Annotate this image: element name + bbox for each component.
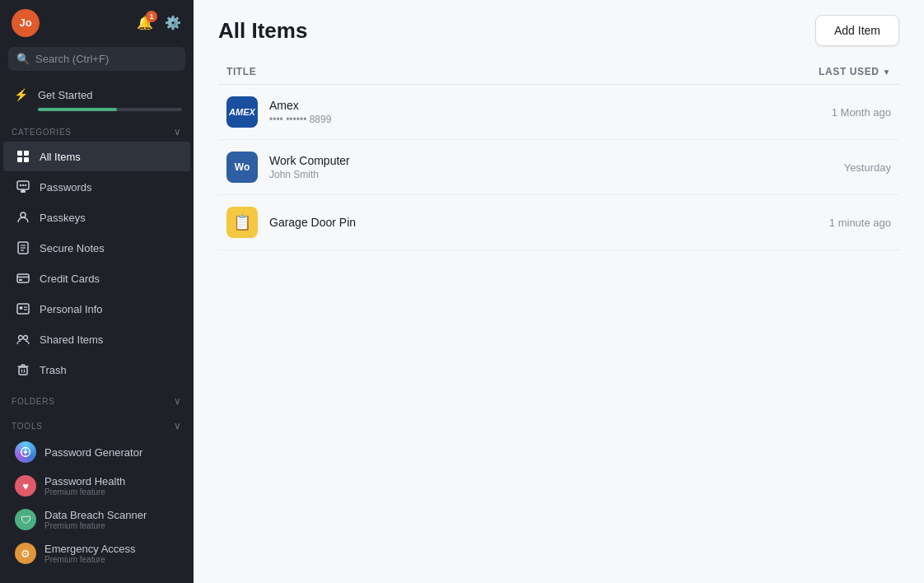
item-sub: •••• •••••• 8899 <box>269 114 832 125</box>
tool-text: Password Health Premium feature <box>44 475 125 497</box>
tool-sub: Premium feature <box>44 487 125 497</box>
garage-icon: 📋 <box>226 207 258 238</box>
page-title: All Items <box>218 18 307 44</box>
personal-info-icon <box>15 301 31 317</box>
item-name: Amex <box>269 99 832 112</box>
sidebar-scroll: ⚡ Get Started Categories ∨ <box>0 79 194 583</box>
item-time: 1 Month ago <box>832 106 891 119</box>
tools-label: Tools <box>12 422 43 431</box>
tools-chevron: ∨ <box>174 420 182 431</box>
credit-cards-icon <box>15 270 31 287</box>
progress-fill <box>38 108 117 111</box>
garage-icon-label: 📋 <box>233 213 251 231</box>
svg-rect-24 <box>19 367 27 375</box>
svg-point-6 <box>22 184 24 186</box>
svg-rect-1 <box>24 151 29 156</box>
col-title: Title <box>226 66 819 77</box>
tools-header[interactable]: Tools ∨ <box>0 410 194 435</box>
notification-badge: 1 <box>146 11 157 22</box>
list-header: Title Last Used ▼ <box>218 61 899 85</box>
search-bar[interactable]: 🔍 <box>8 47 185 71</box>
progress-bar <box>38 108 182 111</box>
sidebar-item-label: Secure Notes <box>40 242 105 254</box>
item-name: Work Computer <box>269 154 844 167</box>
tool-text: Emergency Access Premium feature <box>44 543 136 564</box>
tool-password-generator[interactable]: Password Generator <box>3 436 190 469</box>
header-icons: 🔔 1 ⚙️ <box>136 14 182 32</box>
tool-name: Password Generator <box>44 446 142 459</box>
sidebar-item-personal-info[interactable]: Personal Info <box>3 294 190 324</box>
notifications-button[interactable]: 🔔 1 <box>136 14 154 32</box>
sidebar-item-passkeys[interactable]: Passkeys <box>3 203 190 232</box>
svg-rect-0 <box>17 151 22 156</box>
tool-text: Password Generator <box>44 446 142 459</box>
categories-header[interactable]: Categories ∨ <box>0 116 194 141</box>
password-health-icon: ♥ <box>15 475 36 497</box>
main-content: All Items Add Item Title Last Used ▼ AME… <box>194 0 924 583</box>
tool-name: Data Breach Scanner <box>44 509 147 521</box>
tool-data-breach-scanner[interactable]: 🛡 Data Breach Scanner Premium feature <box>3 503 190 536</box>
categories-label: Categories <box>12 128 72 137</box>
svg-point-19 <box>20 306 23 310</box>
passkeys-icon <box>15 209 31 226</box>
emergency-access-icon: ⚙ <box>15 543 36 564</box>
sidebar-item-label: Passkeys <box>40 212 86 224</box>
svg-point-7 <box>25 184 26 186</box>
folders-label: Folders <box>12 397 55 406</box>
add-item-button[interactable]: Add Item <box>815 15 899 46</box>
svg-point-10 <box>21 212 26 217</box>
tool-sub: Premium feature <box>44 521 147 530</box>
svg-rect-17 <box>19 279 22 281</box>
sidebar-item-trash[interactable]: Trash <box>3 355 190 385</box>
sidebar-item-label: Passwords <box>40 181 92 194</box>
categories-chevron: ∨ <box>174 126 182 138</box>
work-computer-icon: Wo <box>226 152 258 183</box>
sidebar-item-label: Trash <box>40 364 67 376</box>
svg-point-29 <box>24 450 27 454</box>
sidebar-item-label: All Items <box>40 151 81 163</box>
svg-point-22 <box>19 336 23 340</box>
data-breach-icon: 🛡 <box>15 509 36 530</box>
sidebar-item-passwords[interactable]: Passwords <box>3 172 190 202</box>
main-header: All Items Add Item <box>194 0 924 61</box>
sidebar: Jo 🔔 1 ⚙️ 🔍 ⚡ Get Started Categories <box>0 0 194 583</box>
sort-chevron-icon: ▼ <box>883 68 892 77</box>
settings-icon[interactable]: ⚙️ <box>164 14 182 32</box>
item-info: Amex •••• •••••• 8899 <box>269 99 832 125</box>
tool-name: Emergency Access <box>44 543 136 555</box>
svg-rect-2 <box>17 157 22 162</box>
passwords-icon <box>15 179 31 195</box>
item-time: Yesturday <box>844 161 891 174</box>
shared-items-icon <box>15 331 31 347</box>
all-items-icon <box>15 148 31 165</box>
password-generator-icon <box>15 441 36 463</box>
item-name: Garage Door Pin <box>269 216 829 229</box>
amex-logo: AMEX <box>229 107 255 117</box>
sidebar-item-label: Credit Cards <box>40 273 100 285</box>
list-item[interactable]: Wo Work Computer John Smith Yesturday <box>218 140 899 195</box>
sidebar-header: Jo 🔔 1 ⚙️ <box>0 0 194 45</box>
avatar[interactable]: Jo <box>12 9 40 37</box>
categories-nav: All Items Passwords <box>0 142 194 385</box>
folders-header[interactable]: Folders ∨ <box>0 385 194 410</box>
sidebar-item-secure-notes[interactable]: Secure Notes <box>3 233 190 263</box>
search-input[interactable] <box>35 53 177 65</box>
get-started-item[interactable]: ⚡ Get Started <box>0 79 194 116</box>
tool-sub: Premium feature <box>44 555 136 564</box>
amex-icon: AMEX <box>226 96 258 128</box>
sidebar-item-label: Shared Items <box>40 333 103 346</box>
sidebar-item-all-items[interactable]: All Items <box>3 142 190 171</box>
col-last-used[interactable]: Last Used ▼ <box>819 66 891 77</box>
sidebar-item-shared-items[interactable]: Shared Items <box>3 324 190 354</box>
trash-icon <box>15 361 31 378</box>
svg-point-23 <box>24 336 28 340</box>
sidebar-item-label: Personal Info <box>40 303 103 315</box>
svg-rect-9 <box>22 189 24 191</box>
svg-rect-3 <box>24 157 29 162</box>
list-item[interactable]: AMEX Amex •••• •••••• 8899 1 Month ago <box>218 85 899 140</box>
sidebar-item-credit-cards[interactable]: Credit Cards <box>3 264 190 293</box>
list-item[interactable]: 📋 Garage Door Pin 1 minute ago <box>218 195 899 250</box>
bolt-icon: ⚡ <box>12 86 30 104</box>
tool-password-health[interactable]: ♥ Password Health Premium feature <box>3 469 190 502</box>
tool-emergency-access[interactable]: ⚙ Emergency Access Premium feature <box>3 537 190 570</box>
